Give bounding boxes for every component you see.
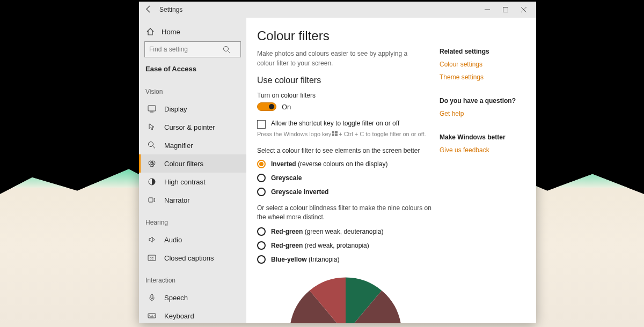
radio-label: Red-green (green weak, deuteranopia)	[271, 228, 383, 235]
svg-rect-17	[151, 294, 153, 299]
keyboard-icon	[147, 311, 157, 320]
svg-rect-30	[335, 133, 338, 136]
group-title-vision: Vision	[139, 78, 246, 100]
radio-label: Greyscale inverted	[271, 188, 328, 196]
side-group-title: Related settings	[440, 48, 525, 55]
toggle-state: On	[282, 103, 291, 111]
narrator-icon	[147, 196, 157, 204]
closed-captions-icon: cc	[147, 254, 157, 262]
radio-greyscale[interactable]: Greyscale	[257, 174, 434, 182]
sidebar-item-label: Audio	[164, 236, 182, 244]
side-link[interactable]: Theme settings	[440, 73, 525, 81]
sidebar-item-label: High contrast	[164, 178, 206, 186]
sidebar-item-label: Closed captions	[164, 254, 214, 262]
home-icon	[145, 27, 155, 36]
radio-tritanopia[interactable]: Blue-yellow (tritanopia)	[257, 255, 434, 264]
shortcut-hint: Press the Windows logo key + Ctrl + C to…	[257, 131, 434, 137]
sidebar-item-closed-captions[interactable]: ccClosed captions	[139, 249, 246, 267]
radio-deuteranopia[interactable]: Red-green (green weak, deuteranopia)	[257, 227, 434, 236]
side-link[interactable]: Get help	[440, 110, 525, 117]
group-title-interaction: Interaction	[139, 267, 246, 288]
section-subtitle: Use colour filters	[257, 76, 434, 85]
shortcut-checkbox[interactable]	[257, 120, 266, 129]
sidebar-item-narrator[interactable]: Narrator	[139, 191, 246, 209]
radio-label: Red-green (red weak, protanopia)	[271, 242, 369, 249]
sidebar-item-label: Narrator	[164, 196, 190, 204]
radio-dot	[257, 188, 266, 196]
sidebar: Home Ease of Access VisionDisplayCursor …	[139, 18, 246, 323]
sidebar-item-speech[interactable]: Speech	[139, 288, 246, 307]
sidebar-item-magnifier[interactable]: Magnifier	[139, 136, 246, 154]
back-button[interactable]	[143, 5, 154, 15]
radio-label: Inverted (reverse colours on the display…	[271, 160, 387, 168]
colour-filters-toggle[interactable]	[257, 102, 276, 111]
sidebar-item-colour-filters[interactable]: Colour filters	[139, 154, 246, 173]
colour-filters-icon	[147, 159, 157, 168]
radio-greyscale-inverted[interactable]: Greyscale inverted	[257, 188, 434, 196]
shortcut-checkbox-label: Allow the shortcut key to toggle filter …	[271, 120, 399, 127]
minimize-button[interactable]	[478, 2, 496, 17]
search-input[interactable]	[144, 41, 241, 57]
svg-point-8	[149, 142, 153, 147]
svg-rect-14	[149, 198, 153, 202]
close-button[interactable]	[515, 2, 533, 17]
sidebar-item-audio[interactable]: Audio	[139, 231, 246, 249]
svg-rect-27	[332, 131, 334, 133]
radio-dot	[257, 174, 266, 182]
sidebar-item-display[interactable]: Display	[139, 100, 246, 118]
radio-protanopia[interactable]: Red-green (red weak, protanopia)	[257, 241, 434, 250]
side-group-title: Make Windows better	[440, 133, 525, 141]
radio-dot	[257, 227, 266, 236]
svg-line-9	[153, 146, 155, 148]
radio-group-2-label: Or select a colour blindness filter to m…	[257, 204, 434, 222]
sidebar-item-label: Magnifier	[164, 142, 193, 150]
window-title: Settings	[159, 6, 182, 13]
magnifier-icon	[147, 141, 157, 150]
speech-icon	[147, 293, 157, 302]
colour-wheel	[287, 274, 405, 323]
home-nav[interactable]: Home	[139, 24, 246, 41]
sidebar-item-label: Speech	[164, 294, 188, 302]
sidebar-item-keyboard[interactable]: Keyboard	[139, 307, 246, 323]
section-title: Ease of Access	[139, 63, 246, 78]
sidebar-item-label: Keyboard	[164, 312, 194, 320]
side-link[interactable]: Give us feedback	[440, 146, 525, 154]
radio-dot	[257, 255, 266, 264]
svg-rect-6	[148, 106, 156, 111]
radio-inverted[interactable]: Inverted (reverse colours on the display…	[257, 160, 434, 168]
radio-group-1-label: Select a colour filter to see elements o…	[257, 147, 434, 154]
audio-icon	[147, 235, 157, 244]
side-panel: Related settingsColour settingsTheme set…	[440, 28, 525, 323]
page-description: Make photos and colours easier to see by…	[257, 49, 418, 68]
svg-rect-29	[332, 133, 334, 136]
radio-dot	[257, 241, 266, 250]
group-title-hearing: Hearing	[139, 209, 246, 231]
sidebar-item-cursor-pointer[interactable]: Cursor & pointer	[139, 118, 246, 136]
toggle-knob	[269, 104, 274, 109]
high-contrast-icon	[147, 177, 157, 186]
settings-window: Settings Home Eas	[139, 2, 536, 323]
sidebar-item-label: Colour filters	[164, 160, 203, 168]
cursor-pointer-icon	[147, 123, 157, 131]
radio-dot	[257, 160, 266, 168]
svg-text:cc: cc	[150, 256, 154, 260]
radio-label: Blue-yellow (tritanopia)	[271, 256, 339, 263]
sidebar-item-high-contrast[interactable]: High contrast	[139, 173, 246, 191]
radio-label: Greyscale	[271, 174, 302, 182]
titlebar: Settings	[139, 2, 536, 18]
display-icon	[147, 105, 157, 113]
maximize-button[interactable]	[496, 2, 515, 17]
sidebar-item-label: Cursor & pointer	[164, 123, 215, 131]
side-link[interactable]: Colour settings	[440, 61, 525, 68]
toggle-label: Turn on colour filters	[257, 92, 434, 99]
page-title: Colour filters	[257, 28, 434, 43]
svg-rect-19	[148, 314, 156, 318]
side-group-title: Do you have a question?	[440, 97, 525, 105]
sidebar-item-label: Display	[164, 105, 187, 113]
main-content: Colour filters Make photos and colours e…	[257, 28, 434, 323]
windows-logo-icon	[332, 131, 338, 137]
svg-rect-1	[503, 8, 508, 12]
svg-rect-28	[335, 131, 338, 133]
home-label: Home	[162, 28, 180, 36]
